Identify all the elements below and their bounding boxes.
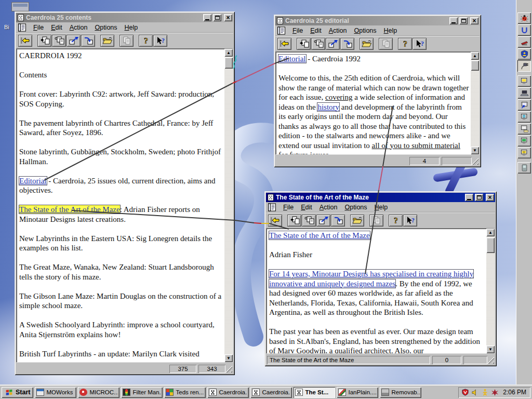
antivirus-shield-icon[interactable] bbox=[461, 389, 469, 396]
hyperlink[interactable]: history bbox=[317, 103, 339, 111]
link-forward-button[interactable] bbox=[316, 215, 330, 227]
scroll-up-button[interactable]: ▲ bbox=[224, 49, 233, 57]
back-button[interactable] bbox=[277, 38, 291, 50]
pda-icon[interactable] bbox=[517, 162, 531, 174]
vertical-scrollbar[interactable]: ▲ ▼ bbox=[486, 229, 495, 353]
hyperlink[interactable]: Editorial bbox=[278, 55, 306, 63]
scroll-down-button[interactable]: ▼ bbox=[471, 147, 479, 154]
help-button[interactable] bbox=[398, 38, 412, 50]
taskbar-button-the-st[interactable]: The St... bbox=[294, 387, 335, 398]
scrollbar-thumb[interactable] bbox=[224, 57, 233, 69]
vertical-scrollbar[interactable]: ▲ ▼ bbox=[471, 52, 479, 154]
scrollbar-track[interactable] bbox=[471, 60, 479, 147]
scroll-down-button[interactable]: ▼ bbox=[486, 345, 495, 353]
computer-card-icon[interactable] bbox=[517, 123, 531, 135]
paste-page-button[interactable] bbox=[311, 38, 325, 50]
shield-person-icon[interactable] bbox=[517, 48, 531, 60]
menu-help[interactable]: Help bbox=[371, 203, 392, 212]
menu-action[interactable]: Action bbox=[325, 26, 351, 35]
volume-icon[interactable] bbox=[471, 389, 479, 396]
menu-help[interactable]: Help bbox=[121, 23, 142, 32]
menu-action[interactable]: Action bbox=[316, 203, 341, 212]
scrollbar-thumb[interactable] bbox=[471, 60, 479, 71]
link-return-button[interactable] bbox=[340, 38, 354, 50]
link-return-button[interactable] bbox=[331, 215, 345, 227]
taskbar-button-moworks[interactable]: MOWorks bbox=[35, 387, 76, 398]
hyperlink[interactable]: Editorial bbox=[19, 177, 47, 185]
copy-page-button[interactable] bbox=[287, 215, 301, 227]
vertical-scrollbar[interactable]: ▲ ▼ bbox=[224, 49, 233, 362]
computer-green-icon[interactable] bbox=[517, 135, 531, 147]
hyperlink[interactable]: The State of the Art of the Maze bbox=[269, 231, 370, 240]
close-button[interactable]: × bbox=[224, 14, 232, 21]
help-button[interactable] bbox=[389, 215, 403, 227]
laptop-icon[interactable] bbox=[517, 87, 531, 99]
context-help-button[interactable] bbox=[153, 35, 167, 47]
menu-edit[interactable]: Edit bbox=[47, 23, 66, 32]
menu-file[interactable]: File bbox=[280, 203, 297, 212]
copy-page-button[interactable] bbox=[297, 38, 311, 50]
titlebar[interactable]: The State of the Art of the Maze × bbox=[266, 193, 495, 202]
scrollbar-thumb[interactable] bbox=[486, 237, 495, 253]
link-forward-button[interactable] bbox=[326, 38, 340, 50]
menu-edit[interactable]: Edit bbox=[297, 203, 316, 212]
open-button[interactable] bbox=[350, 215, 364, 227]
menu-options[interactable]: Options bbox=[350, 26, 380, 35]
close-button[interactable]: × bbox=[486, 194, 494, 201]
close-button[interactable]: × bbox=[470, 17, 478, 24]
resize-grip[interactable] bbox=[487, 357, 494, 364]
scrollbar-track[interactable] bbox=[486, 236, 495, 345]
computer-dollar-icon[interactable] bbox=[517, 75, 531, 87]
scroll-up-button[interactable]: ▲ bbox=[471, 52, 479, 60]
virus-scan-icon[interactable] bbox=[491, 389, 499, 396]
taskbar-button-caerdroia[interactable]: Caerdroia... bbox=[207, 387, 249, 398]
minimize-button[interactable] bbox=[465, 194, 473, 201]
menu-file[interactable]: File bbox=[30, 23, 47, 32]
minimize-button[interactable] bbox=[449, 17, 458, 24]
resize-grip[interactable] bbox=[472, 158, 478, 165]
open-button[interactable] bbox=[360, 38, 374, 50]
context-help-button[interactable] bbox=[403, 215, 417, 227]
taskbar-button-filter-man[interactable]: Filter Man... bbox=[121, 387, 163, 398]
agent-icon[interactable] bbox=[481, 389, 489, 396]
menu-edit[interactable]: Edit bbox=[307, 26, 325, 35]
desktop-icon-label[interactable]: Bi bbox=[4, 24, 9, 30]
menu-help[interactable]: Help bbox=[380, 26, 401, 35]
menu-options[interactable]: Options bbox=[341, 203, 370, 212]
back-button[interactable] bbox=[268, 215, 282, 227]
bug-icon[interactable] bbox=[517, 12, 531, 24]
maximize-button[interactable] bbox=[459, 17, 468, 24]
maximize-button[interactable] bbox=[475, 194, 483, 201]
copy-page-button[interactable] bbox=[37, 35, 51, 47]
context-help-button[interactable] bbox=[413, 38, 427, 50]
taskbar-button-teds-ren[interactable]: Teds ren... bbox=[164, 387, 206, 398]
computer-globe-icon[interactable] bbox=[517, 111, 531, 123]
spring-icon[interactable] bbox=[517, 24, 531, 36]
titlebar[interactable]: Caerdroia 25 contents × bbox=[16, 13, 233, 22]
minimize-button[interactable] bbox=[203, 14, 211, 21]
menu-file[interactable]: File bbox=[289, 26, 307, 35]
computer-arrow-icon[interactable] bbox=[517, 99, 531, 111]
scroll-down-button[interactable]: ▼ bbox=[224, 354, 233, 362]
menu-options[interactable]: Options bbox=[91, 23, 121, 32]
menu-action[interactable]: Action bbox=[66, 23, 91, 32]
open-button[interactable] bbox=[100, 35, 114, 47]
taskbar-button-removab[interactable]: Removab... bbox=[380, 387, 421, 398]
computer-face-icon[interactable] bbox=[517, 147, 531, 158]
scroll-up-button[interactable]: ▲ bbox=[486, 229, 495, 236]
plug-icon[interactable] bbox=[517, 60, 531, 72]
link-forward-button[interactable] bbox=[66, 35, 81, 47]
taskbar-button-caerdroia[interactable]: Caerdroia... bbox=[250, 387, 292, 398]
copy-button[interactable] bbox=[119, 35, 134, 47]
paste-page-button[interactable] bbox=[52, 35, 66, 47]
taskbar-button-microc[interactable]: MICROC... bbox=[78, 387, 119, 398]
start-button[interactable]: Start bbox=[2, 387, 33, 398]
stapler-icon[interactable] bbox=[517, 36, 531, 48]
scrollbar-track[interactable] bbox=[224, 57, 233, 354]
titlebar[interactable]: Caerdroia 25 editorial × bbox=[275, 16, 480, 25]
back-button[interactable] bbox=[18, 35, 32, 47]
help-button[interactable] bbox=[139, 35, 153, 47]
resize-grip[interactable] bbox=[225, 366, 232, 373]
link-return-button[interactable] bbox=[81, 35, 95, 47]
paste-page-button[interactable] bbox=[302, 215, 316, 227]
